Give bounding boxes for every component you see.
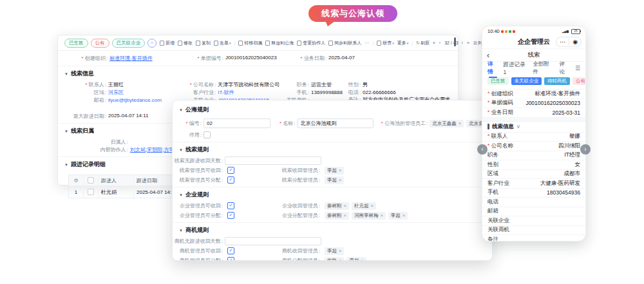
member-tag[interactable]: 杜元超× xyxy=(352,202,376,210)
member-tag[interactable]: 姜树刚× xyxy=(325,212,349,220)
generate-order-button[interactable]: 生单▾ xyxy=(214,40,231,46)
section-lead-info[interactable]: 线索信息 ∨ xyxy=(482,122,585,133)
section-opportunity-rules[interactable]: ▼商机规则 xyxy=(173,222,492,236)
tag-remove-icon[interactable]: × xyxy=(339,248,341,254)
tag-remove-icon[interactable]: × xyxy=(344,213,346,218)
member-tag[interactable]: 曾静× xyxy=(325,257,344,261)
ent-assign-checkbox[interactable]: ✓ xyxy=(227,212,234,219)
email-link[interactable]: liyue@tjbytedance.com xyxy=(108,97,162,103)
tag-remove-icon[interactable]: × xyxy=(459,120,461,126)
field-row: 创建组织标准环境-客开插件 xyxy=(482,90,585,99)
ent-recall-checkbox[interactable]: ✓ xyxy=(227,202,234,209)
sync-icon xyxy=(328,41,333,46)
section-lead-rules[interactable]: ▼线索规则 xyxy=(173,142,492,156)
tag-remove-icon[interactable]: × xyxy=(344,203,346,209)
field-label: 性别 xyxy=(341,81,363,88)
field-row: 备注 xyxy=(482,235,585,241)
page-header: ‹ 线索 xyxy=(482,49,585,62)
carousel-next-button[interactable]: › xyxy=(580,144,591,155)
member-tag[interactable]: 李超× xyxy=(346,257,366,261)
field-value: 女 xyxy=(575,161,581,169)
collapse-caret-icon: ▼ xyxy=(64,129,68,133)
copy-button[interactable]: 复制 xyxy=(196,40,211,46)
field-label: 线索无跟进收回天数 xyxy=(173,157,225,164)
status-badges: 已生效 未关联企业 待转商机 公有 xyxy=(482,75,585,90)
create-org-link[interactable]: 标准环境-客开插件 xyxy=(109,55,153,62)
lead-assign-checkbox[interactable]: ✓ xyxy=(227,176,234,184)
member-tag[interactable]: 北京王鑫鑫× xyxy=(430,120,464,128)
change-collaborator-button[interactable]: 变更协作人 xyxy=(297,40,325,46)
field-row: 公司名称四川绵阳 xyxy=(482,142,585,151)
gender-value: 男 xyxy=(363,81,368,88)
more-button[interactable]: 更多▾ xyxy=(397,40,409,46)
member-tag[interactable]: 河南李树梅× xyxy=(352,212,386,220)
pager-prev-button[interactable]: ‹ xyxy=(439,41,441,45)
tag-remove-icon[interactable]: × xyxy=(380,213,383,218)
capsule-more-icon[interactable]: ⋯ xyxy=(556,38,569,46)
opp-days-input[interactable] xyxy=(225,237,321,245)
collaborators-link[interactable]: 刘文斌;宋朝阳;方可 xyxy=(130,146,174,153)
refresh-button[interactable]: ↻刷新 xyxy=(416,40,430,46)
pager-first-button[interactable]: « xyxy=(433,41,436,45)
new-button[interactable]: 新增 xyxy=(160,40,175,46)
tag-remove-icon[interactable]: × xyxy=(339,258,341,261)
field-row: 联系人黎娜 xyxy=(482,133,585,142)
field-label: 编号 xyxy=(173,120,204,127)
tag-remove-icon[interactable]: × xyxy=(370,203,373,209)
code-input[interactable] xyxy=(204,118,270,128)
release-to-pool-button[interactable]: 释放到公海 xyxy=(265,40,294,46)
member-tag[interactable]: 李超× xyxy=(388,212,408,220)
tag-remove-icon[interactable]: × xyxy=(402,213,405,218)
tag-remove-icon[interactable]: × xyxy=(339,167,341,173)
tag-remove-icon[interactable]: × xyxy=(361,258,363,261)
sync-to-contact-button[interactable]: 同步到联系人 xyxy=(328,40,361,46)
section-lead-info[interactable]: ▼线索信息 xyxy=(58,66,458,80)
member-tag[interactable]: 李超× xyxy=(325,167,344,175)
name-input[interactable] xyxy=(298,118,374,128)
toolbar-more-dots-button[interactable]: ⋯ xyxy=(365,41,369,46)
opp-recall-checkbox[interactable]: ✓ xyxy=(227,247,234,254)
back-chevron-icon[interactable]: ‹ xyxy=(487,50,489,61)
release-icon xyxy=(265,41,270,46)
link-query-button[interactable]: 联查▾ xyxy=(377,40,394,46)
industry-link[interactable]: IT-软件 xyxy=(218,89,234,96)
member-tag[interactable]: 李超× xyxy=(325,176,344,184)
tab-followup-records[interactable]: 跟进记录1 xyxy=(504,61,528,75)
tab-comments[interactable]: 评论 xyxy=(559,61,570,76)
scrollbar-thumb[interactable] xyxy=(454,37,456,46)
first-page-icon: « xyxy=(433,41,435,45)
pager-count: 32 / 43 xyxy=(444,41,458,45)
lead-recall-checkbox[interactable]: ✓ xyxy=(227,167,234,174)
select-all-cell[interactable] xyxy=(84,175,99,185)
tag-remove-icon[interactable]: × xyxy=(339,177,341,183)
region-link[interactable]: 河东区 xyxy=(108,89,124,96)
field-label: 手机 xyxy=(488,189,498,196)
opp-assign-checkbox[interactable]: ✓ xyxy=(227,257,234,261)
menu-icon[interactable]: ☰ xyxy=(575,65,580,71)
pager-next-button[interactable]: › xyxy=(462,41,464,45)
edit-button[interactable]: 修改 xyxy=(178,40,193,46)
next-page-icon: › xyxy=(462,41,463,45)
member-tag[interactable]: 姜树刚× xyxy=(325,202,349,210)
row-select-cell[interactable] xyxy=(84,186,99,198)
field-value: 黎娜 xyxy=(569,133,580,140)
carousel-prev-button[interactable]: ‹ xyxy=(477,144,488,155)
section-pool-rules[interactable]: ▼公海规则 xyxy=(173,100,492,116)
field-label: 区域 xyxy=(68,89,108,96)
section-enterprise-rules[interactable]: ▼企业规则 xyxy=(173,187,492,201)
tab-detail[interactable]: 详情 xyxy=(488,61,498,76)
tab-attachments[interactable]: 全部附件 xyxy=(533,61,554,76)
lead-days-input[interactable] xyxy=(225,156,321,165)
table-settings-cell[interactable]: ⚙ xyxy=(69,175,84,185)
checkbox[interactable] xyxy=(88,177,94,184)
collapse-caret-icon: ▼ xyxy=(179,108,183,112)
member-tag[interactable]: 李超× xyxy=(325,247,344,255)
collapse-minus-icon[interactable]: − xyxy=(147,39,156,48)
capsule-close-target-icon[interactable]: ◉ xyxy=(569,38,581,46)
transfer-ownership-button[interactable]: 转移归属 xyxy=(238,40,262,46)
disable-checkbox[interactable] xyxy=(204,131,211,138)
checkbox[interactable] xyxy=(88,189,94,195)
pager-last-button[interactable]: » xyxy=(467,41,470,45)
field-label: 邮箱 xyxy=(68,97,108,104)
field-label: 性别 xyxy=(488,161,498,169)
